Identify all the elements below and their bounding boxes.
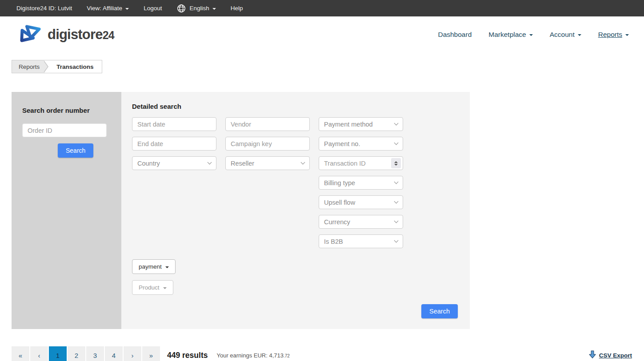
field-column-3: Payment method Payment no. Billing type xyxy=(319,117,403,248)
chevron-down-icon xyxy=(163,287,167,289)
chevron-down-icon xyxy=(394,238,399,243)
vendor-input[interactable] xyxy=(225,117,310,131)
payment-no-select[interactable]: Payment no. xyxy=(319,137,403,151)
is-b2b-select[interactable]: Is B2B xyxy=(319,234,403,248)
country-select[interactable]: Country xyxy=(132,156,216,170)
detailed-search-button[interactable]: Search xyxy=(421,304,458,318)
chevron-down-icon xyxy=(578,34,581,36)
pagination-page-3[interactable]: 3 xyxy=(86,346,104,361)
payment-dropdown-row: payment xyxy=(132,259,470,274)
main-nav: Dashboard Marketplace Account Reports xyxy=(438,31,629,38)
order-search-button[interactable]: Search xyxy=(58,143,93,158)
start-date-input[interactable] xyxy=(132,117,216,131)
transaction-id-field xyxy=(319,156,403,170)
digistore24-logo[interactable]: digistore24 xyxy=(18,23,114,46)
breadcrumb-arrow-icon xyxy=(44,60,50,73)
chevron-down-icon xyxy=(529,34,533,36)
csv-export-link[interactable]: CSV Export xyxy=(589,350,632,361)
product-dropdown-button[interactable]: Product xyxy=(132,280,173,295)
field-column-2: Reseller xyxy=(225,117,310,248)
earnings-summary: Your earnings EUR: 4,713.72 xyxy=(216,352,289,359)
billing-type-select[interactable]: Billing type xyxy=(319,176,403,190)
order-id-input[interactable] xyxy=(22,123,107,137)
results-bar: « ‹ 1 2 3 4 › » 449 results Your earning… xyxy=(12,346,632,361)
pagination-last[interactable]: » xyxy=(142,346,160,361)
chevron-down-icon xyxy=(165,266,169,268)
digistore24-logo-icon xyxy=(18,23,44,46)
order-search-title: Search order number xyxy=(22,107,121,114)
transaction-id-input[interactable] xyxy=(319,156,403,170)
nav-marketplace[interactable]: Marketplace xyxy=(488,31,532,38)
number-stepper-icon[interactable] xyxy=(391,158,401,168)
chevron-down-icon xyxy=(625,34,629,36)
chevron-down-icon xyxy=(394,219,399,223)
breadcrumb: Reports Transactions xyxy=(12,60,102,73)
payment-dropdown-button[interactable]: payment xyxy=(132,259,176,274)
detailed-search-section: Detailed search Country Reseller xyxy=(121,92,470,329)
logo-wordmark: digistore24 xyxy=(48,28,114,41)
pagination-page-2[interactable]: 2 xyxy=(68,346,85,361)
results-count: 449 results xyxy=(167,351,208,360)
order-search-sidebar: Search order number Search xyxy=(12,92,121,329)
nav-account[interactable]: Account xyxy=(550,31,581,38)
chevron-down-icon xyxy=(394,180,399,184)
campaign-key-input[interactable] xyxy=(225,137,310,151)
detailed-search-title: Detailed search xyxy=(132,103,470,110)
digistore-id-label: Digistore24 ID: Lutvit xyxy=(16,5,72,12)
globe-icon xyxy=(176,4,186,13)
upsell-flow-select[interactable]: Upsell flow xyxy=(319,195,403,209)
language-dropdown[interactable]: English xyxy=(176,4,216,13)
pagination: « ‹ 1 2 3 4 › » xyxy=(12,346,160,361)
pagination-first[interactable]: « xyxy=(12,346,29,361)
currency-select[interactable]: Currency xyxy=(319,215,403,229)
chevron-down-icon xyxy=(394,199,399,204)
payment-method-select[interactable]: Payment method xyxy=(319,117,403,131)
pagination-prev[interactable]: ‹ xyxy=(30,346,48,361)
chevron-down-icon xyxy=(394,141,399,145)
breadcrumb-reports[interactable]: Reports xyxy=(12,60,44,73)
chevron-down-icon xyxy=(301,160,305,165)
top-utility-bar: Digistore24 ID: Lutvit View: Affiliate L… xyxy=(0,0,644,16)
logout-link[interactable]: Logout xyxy=(144,5,162,12)
chevron-down-icon xyxy=(394,121,399,126)
view-affiliate-dropdown[interactable]: View: Affiliate xyxy=(87,5,129,12)
chevron-down-icon xyxy=(212,8,216,10)
pagination-page-4[interactable]: 4 xyxy=(105,346,123,361)
help-link[interactable]: Help xyxy=(231,5,243,12)
end-date-input[interactable] xyxy=(132,137,216,151)
language-label: English xyxy=(189,5,209,12)
main-header: digistore24 Dashboard Marketplace Accoun… xyxy=(0,16,644,52)
chevron-down-icon xyxy=(125,8,129,10)
search-panel: Search order number Search Detailed sear… xyxy=(12,92,470,329)
product-dropdown-row: Product xyxy=(132,280,470,295)
detailed-search-fields: Country Reseller Payment method Payme xyxy=(132,117,470,248)
reseller-select[interactable]: Reseller xyxy=(225,156,310,170)
breadcrumb-transactions: Transactions xyxy=(50,60,101,73)
download-arrow-icon xyxy=(589,350,596,361)
view-affiliate-label: View: Affiliate xyxy=(87,5,122,12)
nav-reports[interactable]: Reports xyxy=(598,31,629,38)
stepper-down-icon[interactable] xyxy=(394,164,398,166)
nav-dashboard[interactable]: Dashboard xyxy=(438,31,472,38)
pagination-next[interactable]: › xyxy=(124,346,141,361)
chevron-down-icon xyxy=(208,160,212,165)
stepper-up-icon[interactable] xyxy=(394,161,398,163)
field-column-1: Country xyxy=(132,117,216,248)
pagination-page-1[interactable]: 1 xyxy=(49,346,67,361)
